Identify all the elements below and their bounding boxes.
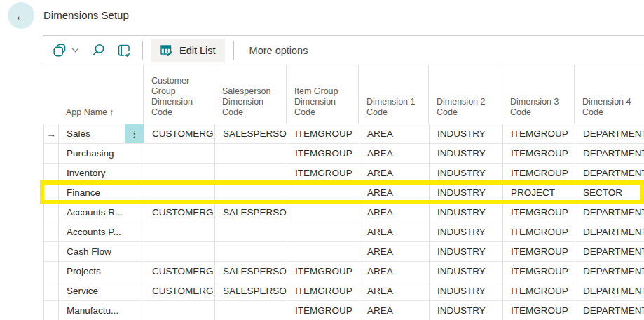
grid-cell[interactable]: [287, 183, 359, 202]
grid-cell[interactable]: INDUSTRY: [430, 262, 503, 281]
row-selector[interactable]: [44, 222, 59, 241]
row-selector[interactable]: [44, 281, 59, 300]
row-selector[interactable]: [44, 183, 59, 202]
row-context-menu-button[interactable]: ⋮: [125, 124, 144, 143]
row-selector[interactable]: [44, 164, 59, 182]
grid-cell[interactable]: ITEMGROUP: [287, 301, 359, 320]
grid-cell[interactable]: PROJECT: [503, 183, 575, 202]
row-selector[interactable]: [44, 262, 59, 281]
grid-cell[interactable]: ITEMGROUP: [287, 281, 359, 300]
grid-cell[interactable]: ITEMGROUP: [287, 164, 359, 182]
grid-cell[interactable]: [144, 242, 215, 261]
grid-cell[interactable]: AREA: [359, 242, 430, 261]
grid-cell[interactable]: ITEMGROUP: [503, 222, 575, 241]
row-selector[interactable]: [44, 301, 59, 320]
grid-cell[interactable]: ITEMGROUP: [287, 262, 359, 281]
grid-cell[interactable]: DEPARTMENT: [575, 222, 644, 241]
column-header[interactable]: Dimension 2 Code: [429, 65, 502, 124]
grid-cell[interactable]: SALESPERSON: [215, 281, 287, 300]
grid-cell[interactable]: ITEMGROUP: [287, 124, 359, 143]
column-header[interactable]: Dimension 3 Code: [502, 65, 575, 124]
row-selector[interactable]: →: [44, 124, 59, 143]
grid-cell[interactable]: ITEMGROUP: [503, 144, 575, 163]
grid-cell[interactable]: AREA: [359, 203, 430, 222]
grid-cell[interactable]: AREA: [359, 262, 430, 281]
grid-cell[interactable]: INDUSTRY: [430, 281, 503, 300]
grid-cell[interactable]: INDUSTRY: [430, 144, 503, 163]
grid-cell[interactable]: [215, 164, 287, 182]
grid-cell[interactable]: [215, 144, 287, 163]
app-name-cell[interactable]: Inventory: [59, 164, 144, 182]
grid-cell[interactable]: INDUSTRY: [430, 164, 503, 182]
grid-cell[interactable]: [287, 222, 359, 241]
grid-cell[interactable]: ITEMGROUP: [503, 124, 575, 143]
grid-cell[interactable]: ITEMGROUP: [503, 242, 575, 261]
grid-cell[interactable]: CUSTOMERG...: [144, 262, 215, 281]
grid-cell[interactable]: ITEMGROUP: [503, 281, 575, 300]
app-name-cell[interactable]: Manufactu...: [59, 301, 144, 320]
app-name-cell[interactable]: Accounts P...: [59, 222, 144, 241]
column-header[interactable]: Dimension 4 Code: [575, 65, 644, 124]
grid-cell[interactable]: AREA: [359, 222, 430, 241]
grid-cell[interactable]: ITEMGROUP: [503, 164, 575, 182]
grid-cell[interactable]: [144, 144, 215, 163]
grid-cell[interactable]: [144, 222, 215, 241]
app-name-cell[interactable]: Finance: [59, 183, 144, 202]
open-in-new-window-button[interactable]: [118, 44, 131, 57]
column-header[interactable]: Salesperson Dimension Code: [214, 65, 287, 124]
column-header[interactable]: Customer Group Dimension Code: [144, 65, 214, 124]
grid-cell[interactable]: CUSTOMERG...: [144, 203, 215, 222]
grid-cell[interactable]: SALESPERSON: [215, 203, 287, 222]
row-selector[interactable]: [44, 242, 59, 261]
grid-cell[interactable]: [215, 183, 287, 202]
column-header[interactable]: App Name↑: [58, 65, 144, 124]
grid-cell[interactable]: CUSTOMERG...: [144, 281, 215, 300]
grid-cell[interactable]: CUSTOMERG...: [144, 124, 215, 143]
grid-cell[interactable]: AREA: [359, 124, 430, 143]
grid-cell[interactable]: [144, 164, 215, 182]
edit-list-button[interactable]: Edit List: [151, 39, 225, 62]
grid-cell[interactable]: AREA: [359, 183, 430, 202]
grid-cell[interactable]: INDUSTRY: [430, 301, 503, 320]
grid-cell[interactable]: [215, 222, 287, 241]
grid-cell[interactable]: INDUSTRY: [430, 222, 503, 241]
grid-cell[interactable]: [215, 301, 287, 320]
grid-cell[interactable]: [144, 301, 215, 320]
grid-cell[interactable]: [287, 203, 359, 222]
column-header[interactable]: Item Group Dimension Code: [287, 65, 359, 124]
grid-cell[interactable]: SALESPERSON: [215, 262, 287, 281]
grid-cell[interactable]: ITEMGROUP: [503, 203, 575, 222]
grid-cell[interactable]: DEPARTMENT: [575, 164, 644, 182]
grid-cell[interactable]: ITEMGROUP: [503, 262, 575, 281]
app-name-cell[interactable]: Accounts R...: [59, 203, 144, 222]
app-name-cell[interactable]: Purchasing: [59, 144, 144, 163]
row-selector[interactable]: [44, 144, 59, 163]
row-selector[interactable]: [44, 203, 59, 222]
grid-cell[interactable]: INDUSTRY: [430, 183, 503, 202]
grid-cell[interactable]: AREA: [359, 164, 430, 182]
search-button[interactable]: [92, 44, 105, 57]
grid-cell[interactable]: INDUSTRY: [430, 203, 503, 222]
app-name-cell[interactable]: Service: [59, 281, 144, 300]
app-name-cell[interactable]: Sales⋮: [59, 124, 144, 143]
grid-cell[interactable]: DEPARTMENT: [575, 242, 644, 261]
grid-cell[interactable]: SECTOR: [575, 183, 644, 202]
grid-cell[interactable]: SALESPERSON: [215, 124, 287, 143]
views-menu-button[interactable]: [53, 44, 79, 57]
grid-cell[interactable]: AREA: [359, 301, 430, 320]
column-header[interactable]: Dimension 1 Code: [359, 65, 429, 124]
more-options-button[interactable]: More options: [249, 45, 308, 56]
grid-cell[interactable]: [144, 183, 215, 202]
app-name-cell[interactable]: Projects: [59, 262, 144, 281]
grid-cell[interactable]: [215, 242, 287, 261]
back-button[interactable]: ←: [8, 2, 34, 29]
grid-cell[interactable]: INDUSTRY: [430, 242, 503, 261]
grid-cell[interactable]: AREA: [359, 144, 430, 163]
grid-cell[interactable]: DEPARTMENT: [575, 144, 644, 163]
grid-cell[interactable]: DEPARTMENT: [575, 203, 644, 222]
grid-cell[interactable]: INDUSTRY: [430, 124, 503, 143]
app-name-cell[interactable]: Cash Flow: [59, 242, 144, 261]
grid-cell[interactable]: DEPARTMENT: [575, 262, 644, 281]
grid-cell[interactable]: DEPARTMENT: [575, 281, 644, 300]
grid-cell[interactable]: AREA: [359, 281, 430, 300]
